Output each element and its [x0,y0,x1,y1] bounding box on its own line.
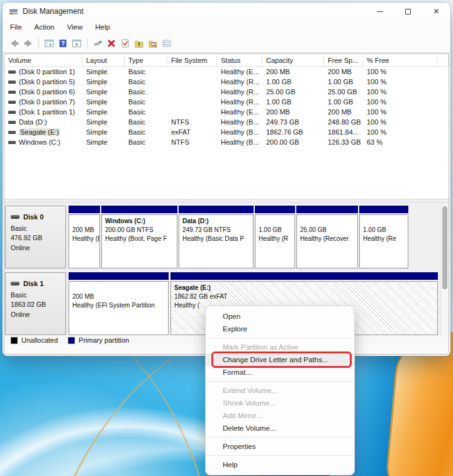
menu-item-format[interactable]: Format... [206,366,354,379]
column-header-free-space[interactable]: Free Sp... [324,54,363,67]
forward-button[interactable] [21,36,35,50]
cell-fs: NTFS [167,118,217,126]
column-header-capacity[interactable]: Capacity [262,54,324,67]
cell-capacity: 1.00 GB [262,98,324,106]
column-header-layout[interactable]: Layout [82,54,125,67]
table-row[interactable]: (Disk 0 partition 5) Simple Basic Health… [4,77,449,87]
column-header-pct-free[interactable]: % Free [363,54,437,67]
table-row[interactable]: (Disk 0 partition 6) Simple Basic Health… [4,87,449,97]
primary-partition-bar [101,206,177,213]
partition-health: Healthy (Boot, Page F [105,235,167,242]
cell-volume: (Disk 0 partition 6) [19,88,75,96]
toolbar: ? [3,34,450,53]
partition-size: 25.00 GB [300,226,327,233]
menu-file[interactable]: File [10,23,22,31]
disk0-info-panel[interactable]: Disk 0 Basic 476.92 GB Online [5,206,66,268]
cell-free: 1.00 GB [324,98,363,106]
action-pane-button[interactable] [70,36,84,50]
cell-status: Healthy (R... [217,98,262,106]
primary-partition-bar [171,272,438,280]
disk0-partition-efi[interactable]: 200 MBHealthy (E [69,206,100,268]
column-header-volume[interactable]: Volume [4,54,82,67]
menu-bar: File Action View Help [3,20,450,34]
menu-item-properties[interactable]: Properties [206,440,354,453]
tools-button[interactable] [91,36,104,50]
menu-item-open[interactable]: Open [206,310,354,323]
menu-item-help[interactable]: Help [206,458,354,471]
menu-item-add-mirror: Add Mirror... [206,409,354,422]
table-row-selected[interactable]: Seagate (E:) Simple Basic exFAT Healthy … [4,127,449,137]
vertical-scrollbar[interactable] [440,205,449,335]
partition-size: 200.00 GB NTFS [105,226,154,233]
partition-health: Healthy (Basic Data P [182,235,244,242]
back-button[interactable] [8,36,21,50]
cell-status: Healthy (B... [217,118,262,126]
cell-free: 200 MB [324,68,363,75]
disk1-partition-efi[interactable]: 200 MBHealthy (EFI System Partition [69,272,169,335]
primary-partition-bar [179,206,254,213]
folder-open-button[interactable] [132,36,146,50]
disk-management-app-icon [9,7,18,16]
menu-view[interactable]: View [67,23,83,31]
menu-action[interactable]: Action [35,23,55,31]
checklist-button[interactable] [118,36,132,50]
disk0-name: Disk 0 [23,212,43,223]
volume-list: Volume Layout Type File System Status Ca… [4,54,449,199]
folder-search-button[interactable] [146,36,160,50]
cell-free: 25.00 GB [324,88,363,96]
disk0-partition-6[interactable]: 1.00 GBHealthy (Re [359,206,408,268]
table-row[interactable]: (Disk 0 partition 7) Simple Basic Health… [4,97,449,107]
titlebar[interactable]: Disk Management ✕ [3,3,450,20]
disk1-info-panel[interactable]: Disk 1 Basic 1863.02 GB Online [5,272,66,335]
minimize-button[interactable] [366,3,394,20]
table-row[interactable]: Data (D:) Simple Basic NTFS Healthy (B..… [4,117,449,127]
menu-item-delete-volume[interactable]: Delete Volume... [206,422,354,434]
cell-status: Healthy (R... [217,78,262,86]
column-header-file-system[interactable]: File System [167,54,217,67]
cell-pct: 100 % [363,128,437,136]
scrollbar-thumb[interactable] [442,206,447,289]
column-header-status[interactable]: Status [217,54,262,67]
disk0-partition-4[interactable]: 1.00 GBHealthy (R [255,206,295,268]
cell-layout: Simple [82,88,125,96]
details-view-button[interactable] [160,36,174,50]
volume-icon [8,131,16,134]
cell-status: Healthy (E... [217,68,262,75]
delete-volume-button[interactable] [104,36,118,50]
menu-item-explore[interactable]: Explore [206,323,354,335]
table-row[interactable]: (Disk 1 partition 1) Simple Basic Health… [4,107,449,117]
cell-fs: exFAT [167,128,217,136]
cell-pct: 63 % [363,138,437,146]
disk1-size: 1863.02 GB [11,300,65,310]
table-row[interactable]: (Disk 0 partition 1) Simple Basic Health… [4,67,449,77]
disk0-partition-windows-c[interactable]: Windows (C:)200.00 GB NTFSHealthy (Boot,… [101,206,177,268]
maximize-button[interactable] [394,3,422,20]
cell-layout: Simple [82,68,125,75]
help-button[interactable]: ? [56,36,70,50]
volume-icon [8,141,16,144]
cell-free: 248.80 GB [324,118,363,126]
back-arrow-icon [9,38,20,48]
disk0-partition-5[interactable]: 25.00 GBHealthy (Recover [296,206,358,268]
menu-help[interactable]: Help [95,23,110,31]
table-row[interactable]: Windows (C:) Simple Basic NTFS Healthy (… [4,137,449,147]
column-header-type[interactable]: Type [125,54,167,67]
disk0-status: Online [11,243,65,253]
disk0-partition-data-d[interactable]: Data (D:)249.73 GB NTFSHealthy (Basic Da… [179,206,254,268]
cell-volume: Windows (C:) [19,138,60,146]
close-button[interactable]: ✕ [422,3,450,20]
partition-size: 249.73 GB NTFS [182,226,231,233]
partition-health: Healthy (Re [363,235,396,242]
help-icon: ? [58,38,68,48]
cell-type: Basic [125,68,167,75]
cell-capacity: 1862.76 GB [262,128,324,136]
cell-pct: 100 % [363,118,437,126]
legend-unallocated: Unallocated [11,336,58,344]
cell-type: Basic [125,118,167,126]
menu-item-change-drive-letter[interactable]: Change Drive Letter and Paths... [206,353,354,366]
console-tree-button[interactable] [42,36,56,50]
partition-size: 1862.82 GB exFAT [174,293,227,300]
delete-x-icon [106,38,116,48]
menu-item-extend-volume: Extend Volume... [206,384,354,397]
cell-volume: (Disk 0 partition 5) [19,78,75,86]
